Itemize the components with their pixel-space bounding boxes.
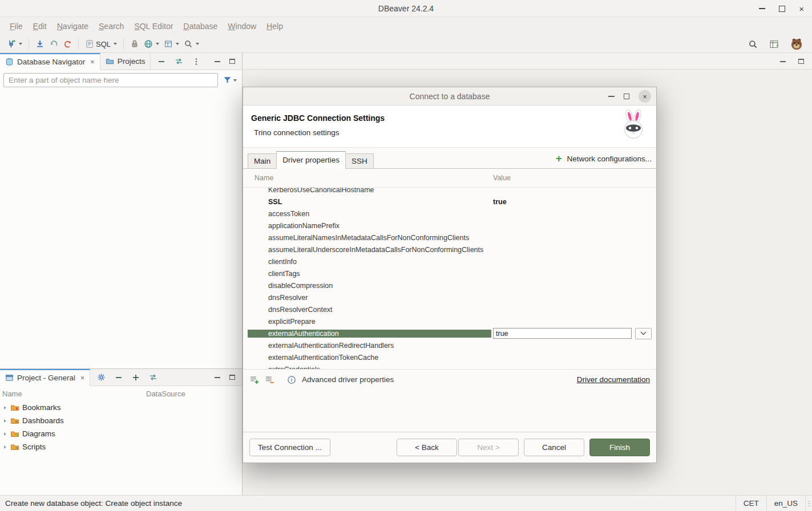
object-filter-input[interactable] [3, 73, 218, 87]
minimize-view-icon[interactable] [780, 61, 786, 62]
table-row[interactable]: KerberosUseCanonicalHostname [248, 188, 652, 196]
view-menu-icon[interactable] [192, 58, 200, 66]
minimize-view-icon[interactable] [215, 377, 220, 378]
filter-button[interactable] [221, 74, 239, 86]
menu-database[interactable]: Database [178, 19, 223, 33]
finish-button[interactable]: Finish [589, 439, 650, 456]
tree-item-label: Diagrams [22, 429, 55, 438]
table-row[interactable]: externalAuthenticationTokenCache [248, 351, 652, 363]
chevron-right-icon[interactable] [4, 432, 6, 436]
table-row[interactable]: clientTags [248, 267, 652, 279]
timezone-indicator[interactable]: CET [736, 496, 766, 511]
column-header-value[interactable]: Value [491, 174, 652, 182]
link-with-editor-icon[interactable] [175, 57, 183, 66]
chevron-right-icon[interactable] [4, 445, 6, 449]
tab-driver-properties[interactable]: Driver properties [276, 151, 346, 169]
transaction-mode-button[interactable] [60, 38, 74, 50]
tab-ssh[interactable]: SSH [345, 153, 374, 169]
auto-commit-button[interactable] [128, 38, 142, 50]
close-icon[interactable]: × [80, 374, 84, 382]
database-navigator-panel: Database Navigator × Projects [0, 53, 243, 368]
menu-edit[interactable]: Edit [28, 19, 52, 33]
maximize-view-icon[interactable] [229, 375, 235, 380]
dialog-titlebar[interactable]: Connect to a database × [243, 87, 656, 106]
perspective-icon[interactable] [769, 39, 779, 49]
test-connection-button[interactable]: Test Connection ... [249, 439, 330, 456]
window-minimize-icon[interactable] [759, 8, 765, 9]
menu-window[interactable]: Window [223, 19, 261, 33]
window-title: DBeaver 24.2.4 [0, 0, 812, 17]
menu-file[interactable]: File [5, 19, 28, 33]
tree-item-bookmarks[interactable]: Bookmarks [0, 401, 242, 414]
tab-project-general[interactable]: Project - General × [0, 369, 90, 386]
tree-item-scripts[interactable]: Scripts [0, 440, 242, 453]
sql-editor-button[interactable]: SQL [83, 38, 119, 50]
window-titlebar: DBeaver 24.2.4 × [0, 0, 812, 17]
close-glyph: × [643, 92, 647, 101]
network-button[interactable] [142, 38, 161, 50]
add-property-icon[interactable] [249, 375, 259, 384]
table-row[interactable]: clientInfo [248, 256, 652, 267]
window-maximize-icon[interactable] [779, 6, 785, 12]
table-row[interactable]: applicationNamePrefix [248, 220, 652, 232]
tab-projects[interactable]: Projects [100, 53, 151, 70]
rollback-button[interactable] [47, 38, 60, 50]
search-icon[interactable] [748, 39, 758, 49]
window-close-icon[interactable]: × [799, 5, 804, 13]
table-row[interactable]: dnsResolver [248, 291, 652, 303]
menu-sql-editor[interactable]: SQL Editor [129, 19, 178, 33]
locale-indicator[interactable]: en_US [766, 496, 805, 511]
tab-database-navigator[interactable]: Database Navigator × [0, 53, 100, 70]
back-button[interactable]: < Back [397, 439, 457, 456]
remove-property-icon[interactable] [265, 375, 274, 384]
table-row[interactable]: disableCompression [248, 279, 652, 291]
network-configurations-button[interactable]: + Network configurations... [556, 153, 652, 164]
tree-item-dashboards[interactable]: Dashboards [0, 414, 242, 427]
maximize-view-icon[interactable] [229, 59, 235, 64]
dialog-minimize-icon[interactable] [608, 96, 615, 97]
dialog-close-icon[interactable]: × [639, 90, 651, 103]
table-row[interactable]: assumeLiteralNamesInMetadataCallsForNonC… [248, 232, 652, 244]
maximize-view-icon[interactable] [798, 59, 804, 64]
chevron-right-icon[interactable] [4, 406, 6, 409]
schema-browser-button[interactable] [161, 38, 181, 50]
link-with-editor-icon[interactable] [149, 373, 157, 382]
table-row[interactable]: dnsResolverContext [248, 303, 652, 315]
close-icon[interactable]: × [90, 58, 94, 66]
commit-button[interactable] [33, 38, 47, 50]
user-avatar[interactable] [790, 38, 803, 50]
minimize-view-icon[interactable] [215, 61, 220, 62]
chevron-right-icon[interactable] [4, 419, 6, 423]
table-row[interactable]: externalAuthenticationRedirectHandlers [248, 339, 652, 351]
collapse-all-icon[interactable] [115, 374, 123, 382]
tab-main[interactable]: Main [248, 153, 277, 169]
table-row[interactable]: accessToken [248, 208, 652, 220]
table-row[interactable]: assumeLiteralUnderscoreInMetadataCallsFo… [248, 244, 652, 256]
property-name: dnsResolver [248, 294, 491, 302]
menu-search[interactable]: Search [94, 19, 129, 33]
value-dropdown-button[interactable] [635, 328, 652, 339]
dialog-maximize-icon[interactable] [624, 94, 629, 99]
column-header-name[interactable]: Name [248, 174, 491, 182]
driver-documentation-link[interactable]: Driver documentation [577, 375, 650, 384]
column-header-datasource[interactable]: DataSource [146, 390, 242, 398]
expand-all-icon[interactable] [132, 374, 140, 382]
settings-gear-icon[interactable] [97, 373, 106, 382]
table-row[interactable]: SSLtrue [248, 196, 652, 208]
new-connection-button[interactable] [5, 38, 25, 50]
cancel-button[interactable]: Cancel [524, 439, 584, 456]
chevron-down-icon [176, 43, 179, 45]
metadata-search-button[interactable] [181, 38, 201, 50]
tree-item-diagrams[interactable]: Diagrams [0, 427, 242, 440]
property-value-input[interactable] [493, 328, 632, 339]
toolbar-separator [29, 39, 29, 49]
dialog-title: Connect to a database [410, 92, 490, 101]
table-row[interactable]: extraCredentials [248, 363, 652, 369]
navigator-tree-area[interactable] [0, 90, 242, 368]
menu-help[interactable]: Help [261, 19, 288, 33]
table-row-selected[interactable]: externalAuthentication [248, 327, 652, 339]
collapse-all-icon[interactable] [157, 58, 165, 66]
table-row[interactable]: explicitPrepare [248, 315, 652, 327]
column-header-name[interactable]: Name [0, 390, 146, 398]
menu-navigate[interactable]: Navigate [52, 19, 94, 33]
